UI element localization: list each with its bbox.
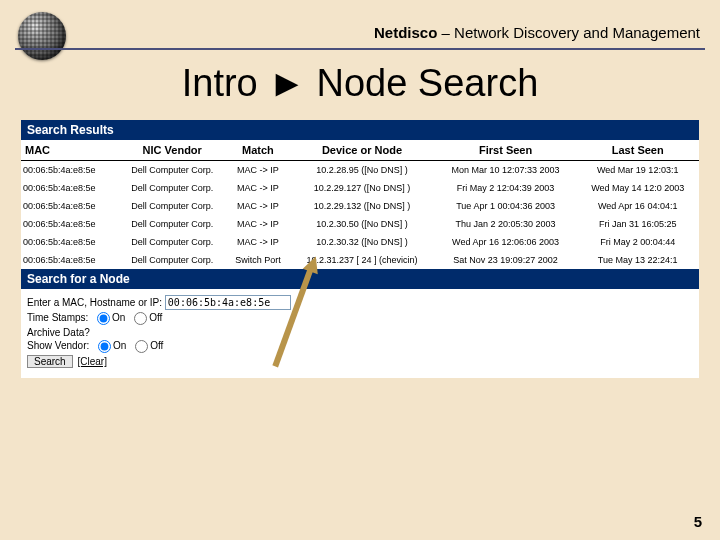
table-row: 00:06:5b:4a:e8:5eDell Computer Corp.MAC … [21,179,699,197]
cell-last: Wed Apr 16 04:04:1 [576,197,699,215]
cell-match: MAC -> IP [227,215,290,233]
table-header-row: MAC NIC Vendor Match Device or Node Firs… [21,140,699,161]
col-node: Device or Node [289,140,435,161]
col-mac: MAC [21,140,118,161]
cell-mac: 00:06:5b:4a:e8:5e [21,251,118,269]
cell-match: MAC -> IP [227,233,290,251]
cell-match: MAC -> IP [227,197,290,215]
off-label-1: Off [149,312,162,323]
cell-vendor: Dell Computer Corp. [118,233,227,251]
on-label-1: On [112,312,125,323]
col-last: Last Seen [576,140,699,161]
cell-first: Thu Jan 2 20:05:30 2003 [435,215,577,233]
col-vendor: NIC Vendor [118,140,227,161]
timestamps-on-radio[interactable] [97,312,110,325]
off-label-2: Off [150,340,163,351]
cell-mac: 00:06:5b:4a:e8:5e [21,197,118,215]
cell-node: 10.2.31.237 [ 24 ] (chevicin) [289,251,435,269]
cell-node: 10.2.30.50 ([No DNS] ) [289,215,435,233]
search-results-header: Search Results [21,120,699,140]
cell-vendor: Dell Computer Corp. [118,197,227,215]
search-button[interactable]: Search [27,355,73,368]
page-number: 5 [694,513,702,530]
cell-mac: 00:06:5b:4a:e8:5e [21,215,118,233]
input-prompt: Enter a MAC, Hostname or IP: [27,297,162,308]
cell-first: Tue Apr 1 00:04:36 2003 [435,197,577,215]
search-node-header: Search for a Node [21,269,699,289]
cell-node: 10.2.29.132 ([No DNS] ) [289,197,435,215]
cell-mac: 00:06:5b:4a:e8:5e [21,233,118,251]
tagline: – Network Discovery and Management [437,24,700,41]
results-table: MAC NIC Vendor Match Device or Node Firs… [21,140,699,269]
cell-mac: 00:06:5b:4a:e8:5e [21,179,118,197]
cell-first: Sat Nov 23 19:09:27 2002 [435,251,577,269]
table-row: 00:06:5b:4a:e8:5eDell Computer Corp.MAC … [21,161,699,180]
table-row: 00:06:5b:4a:e8:5eDell Computer Corp.Swit… [21,251,699,269]
header-text: Netdisco – Network Discovery and Managem… [300,24,700,41]
cell-first: Wed Apr 16 12:06:06 2003 [435,233,577,251]
cell-match: MAC -> IP [227,161,290,180]
timestamps-off-radio[interactable] [134,312,147,325]
clear-link[interactable]: [Clear] [77,356,106,367]
content-panel: Search Results MAC NIC Vendor Match Devi… [21,120,699,378]
col-match: Match [227,140,290,161]
table-row: 00:06:5b:4a:e8:5eDell Computer Corp.MAC … [21,215,699,233]
cell-vendor: Dell Computer Corp. [118,161,227,180]
vendor-on-radio[interactable] [98,340,111,353]
cell-vendor: Dell Computer Corp. [118,251,227,269]
on-label-2: On [113,340,126,351]
vendor-off-radio[interactable] [135,340,148,353]
cell-mac: 00:06:5b:4a:e8:5e [21,161,118,180]
cell-vendor: Dell Computer Corp. [118,179,227,197]
cell-last: Fri Jan 31 16:05:25 [576,215,699,233]
node-input[interactable] [165,295,291,310]
col-first: First Seen [435,140,577,161]
disco-ball-icon [18,12,66,60]
cell-last: Tue May 13 22:24:1 [576,251,699,269]
cell-first: Fri May 2 12:04:39 2003 [435,179,577,197]
vendor-label: Show Vendor: [27,340,89,351]
search-form: Enter a MAC, Hostname or IP: Time Stamps… [21,289,699,378]
table-row: 00:06:5b:4a:e8:5eDell Computer Corp.MAC … [21,197,699,215]
cell-last: Wed May 14 12:0 2003 [576,179,699,197]
cell-node: 10.2.30.32 ([No DNS] ) [289,233,435,251]
cell-last: Fri May 2 00:04:44 [576,233,699,251]
cell-last: Wed Mar 19 12:03:1 [576,161,699,180]
cell-node: 10.2.29.127 ([No DNS] ) [289,179,435,197]
timestamps-label: Time Stamps: [27,312,88,323]
cell-vendor: Dell Computer Corp. [118,215,227,233]
table-row: 00:06:5b:4a:e8:5eDell Computer Corp.MAC … [21,233,699,251]
cell-match: MAC -> IP [227,179,290,197]
cell-match: Switch Port [227,251,290,269]
header-divider [15,48,705,50]
page-title: Intro ► Node Search [0,62,720,105]
cell-first: Mon Mar 10 12:07:33 2003 [435,161,577,180]
cell-node: 10.2.28.95 ([No DNS] ) [289,161,435,180]
brand: Netdisco [374,24,437,41]
archive-label: Archive Data? [27,327,90,338]
